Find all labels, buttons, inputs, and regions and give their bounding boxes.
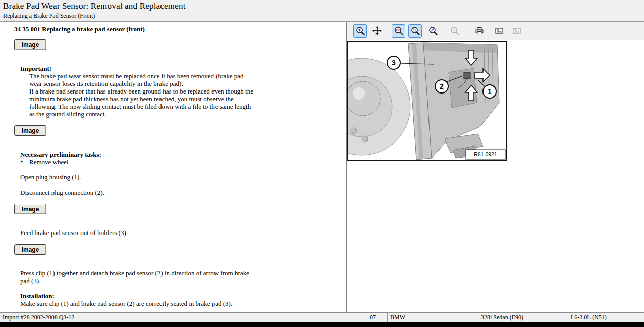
step-open-plug: Open plug housing (1). — [20, 173, 81, 181]
print-icon — [474, 26, 485, 36]
callout-1-badge: 1 — [483, 85, 496, 98]
zoom-fit-icon — [410, 26, 420, 36]
viewer-toolbar: 100 — [347, 22, 644, 40]
zoom-window-button[interactable] — [426, 24, 440, 38]
export-image-alt-button[interactable] — [510, 24, 523, 38]
zoom-out-icon — [450, 26, 460, 36]
figure-reference-label: R61 0921 — [474, 151, 497, 157]
statusbar-make: BMW — [388, 313, 478, 322]
page-subtitle: Replacing a Brake Pad Sensor (Front) — [3, 12, 644, 20]
statusbar-engine: L6-3.0L (N51) — [568, 313, 644, 322]
page-title: Brake Pad Wear Sensor: Removal and Repla… — [3, 1, 644, 11]
preliminary-item: Remove wheel — [29, 158, 69, 166]
procedure-pane: 34 35 001 Replacing a brake pad sensor (… — [0, 22, 347, 312]
pan-icon — [372, 26, 382, 36]
main-split: 34 35 001 Replacing a brake pad sensor (… — [0, 22, 644, 312]
zoom-window-icon — [428, 26, 438, 36]
zoom-out-button[interactable] — [448, 24, 461, 38]
export-image-alt-icon — [512, 26, 522, 36]
figure-reference: R61 0921 — [466, 150, 505, 159]
zoom-100-button[interactable]: 100 — [392, 24, 405, 38]
statusbar-code: 07 — [367, 313, 388, 322]
important-label: Important! — [20, 65, 51, 72]
statusbar-import-info: Import #28 2002-2008 Q3-12 — [0, 313, 367, 322]
export-image-icon — [494, 26, 504, 36]
pan-button[interactable] — [370, 24, 384, 38]
preliminary-bullet: * — [20, 158, 24, 166]
image-button-2[interactable]: Image — [14, 125, 46, 136]
zoom-100-label: 100 — [395, 29, 400, 32]
callout-3-label: 3 — [392, 59, 396, 67]
image-viewer-pane: 100 — [347, 22, 644, 312]
technical-illustration[interactable]: 3 2 1 R61 0921 — [347, 41, 507, 161]
export-image-button[interactable] — [492, 24, 506, 38]
installation-text: Make sure clip (1) and brake pad sensor … — [20, 300, 232, 307]
step-press-clip: Press clip (1) together and detach brake… — [20, 269, 257, 285]
callout-2-badge: 2 — [435, 80, 448, 93]
zoom-in-icon — [355, 26, 365, 36]
bottom-black-bar — [0, 322, 644, 327]
callout-2-label: 2 — [440, 82, 444, 90]
zoom-fit-button[interactable] — [408, 24, 422, 38]
important-paragraph-2: If a brake pad sensor that has already b… — [29, 87, 257, 118]
print-button[interactable] — [472, 24, 486, 38]
step-feed-sensor: Feed brake pad sensor out of holders (3)… — [20, 229, 128, 237]
image-button-1[interactable]: Image — [14, 39, 46, 50]
zoom-100-icon: 100 — [394, 26, 404, 36]
important-paragraph-1: The brake pad wear sensor must be replac… — [29, 72, 257, 87]
callout-3-badge: 3 — [387, 56, 400, 69]
header-bar: Brake Pad Wear Sensor: Removal and Repla… — [0, 0, 644, 22]
callout-1-label: 1 — [488, 87, 492, 96]
step-disconnect: Disconnect plug connection (2). — [20, 189, 104, 196]
zoom-in-button[interactable] — [353, 24, 367, 38]
procedure-heading: 34 35 001 Replacing a brake pad sensor (… — [14, 25, 145, 33]
installation-label: Installation: — [20, 292, 55, 300]
image-button-3[interactable]: Image — [14, 204, 46, 214]
brake-caliper-drawing: 3 2 1 R61 0921 — [348, 42, 506, 160]
status-bar: Import #28 2002-2008 Q3-12 07 BMW 328i S… — [0, 312, 644, 322]
preliminary-tasks-label: Necessary preliminary tasks: — [20, 151, 101, 158]
image-button-4[interactable]: Image — [14, 244, 46, 255]
statusbar-model: 328i Sedan (E90) — [478, 313, 568, 322]
